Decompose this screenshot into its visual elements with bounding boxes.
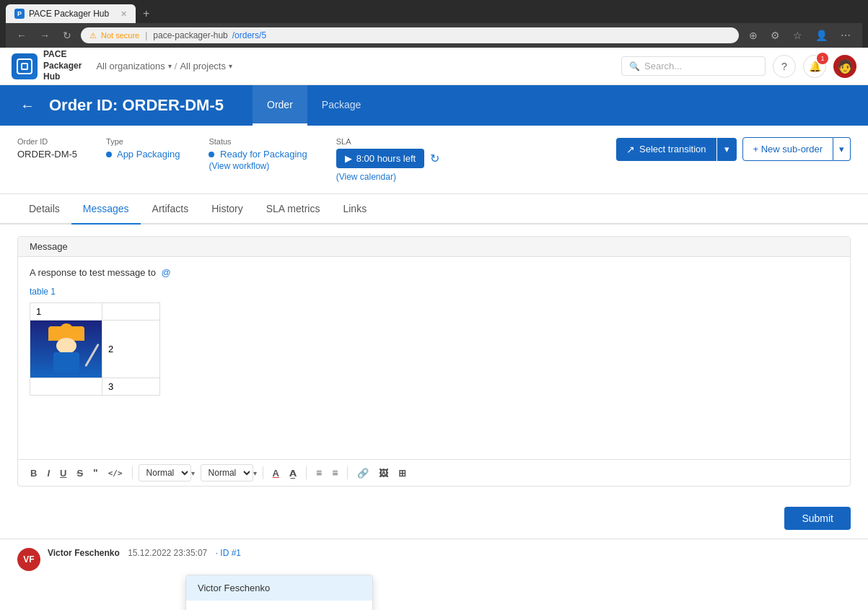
logo-text: PACE Packager Hub: [43, 49, 82, 83]
breadcrumb-separator: /: [175, 61, 177, 71]
sla-timer-button[interactable]: ▶ 8:00 hours left: [336, 149, 424, 168]
table-container: table 1 1: [30, 287, 838, 396]
reader-mode-button[interactable]: ⊕: [745, 27, 762, 43]
security-warning: ⚠: [89, 31, 97, 40]
status-label: Status: [209, 137, 307, 146]
submit-button[interactable]: Submit: [784, 507, 851, 530]
font-select[interactable]: Normal: [201, 464, 253, 482]
address-bar[interactable]: ⚠ Not secure | pace-packager-hub /orders…: [81, 27, 739, 43]
help-button[interactable]: ?: [773, 55, 796, 78]
tab-close-btn[interactable]: ✕: [120, 9, 127, 19]
sla-timer: ▶ 8:00 hours left ↻: [336, 149, 439, 168]
sub-tabs: Details Messages Artifacts History SLA m…: [0, 194, 868, 225]
back-nav-button[interactable]: ←: [13, 27, 30, 43]
comment-timestamp: 15.12.2022 23:35:07: [128, 548, 207, 558]
breadcrumb: All organizations ▾ / All projects ▾: [96, 61, 232, 71]
table-cell-empty1: [102, 302, 160, 320]
tab-order[interactable]: Order: [253, 85, 307, 126]
tab-package[interactable]: Package: [307, 85, 375, 126]
editor-toolbar: B I U S " </> Normal ▾ Normal ▾ A A̲: [18, 459, 850, 486]
page-title: Order ID: ORDER-DM-5: [49, 96, 224, 115]
code-button[interactable]: </>: [105, 466, 126, 481]
forward-nav-button[interactable]: →: [36, 27, 53, 43]
comment-avatar: VF: [17, 548, 40, 571]
table-label: table 1: [30, 287, 838, 297]
breadcrumb-proj[interactable]: All projects ▾: [180, 61, 232, 71]
toolbar-separator-4: [347, 466, 348, 479]
table-cell-empty2: [30, 378, 102, 395]
sla-refresh-button[interactable]: ↻: [430, 152, 439, 165]
format-select[interactable]: Normal: [139, 464, 191, 482]
toolbar-separator-3: [306, 466, 307, 479]
editor-text: A response to test message to @: [30, 266, 838, 281]
new-suborder-button[interactable]: + New sub-order: [742, 137, 833, 161]
extensions-button[interactable]: ⚙: [766, 27, 784, 43]
breadcrumb-org[interactable]: All organizations ▾: [96, 61, 171, 71]
editor-text-before-mention: A response to test message to: [30, 267, 156, 278]
tab-history[interactable]: History: [200, 194, 255, 225]
chevron-format-icon: ▾: [191, 469, 195, 477]
order-id-field: Order ID ORDER-DM-5: [17, 137, 77, 160]
table-cell-3: 3: [102, 378, 160, 395]
type-dot: [106, 152, 112, 157]
search-placeholder: Search...: [644, 61, 682, 71]
bookmark-button[interactable]: ☆: [789, 27, 807, 43]
order-id-value: ORDER-DM-5: [17, 149, 77, 160]
table-button[interactable]: ⊞: [395, 465, 410, 482]
ordered-list-button[interactable]: ≡: [312, 464, 325, 482]
message-editor[interactable]: A response to test message to @ table 1 …: [18, 257, 850, 459]
text-color-button[interactable]: A: [269, 465, 283, 482]
view-workflow-link[interactable]: (View workflow): [209, 161, 307, 171]
strikethrough-button[interactable]: S: [73, 465, 87, 482]
select-transition-button[interactable]: ↗ Select transition: [616, 138, 716, 161]
user-avatar[interactable]: 🧑: [833, 55, 856, 78]
underline-button[interactable]: U: [56, 465, 70, 482]
unordered-list-button[interactable]: ≡: [328, 464, 341, 482]
tab-sla-metrics[interactable]: SLA metrics: [255, 194, 332, 225]
image-button[interactable]: 🖼: [375, 465, 392, 482]
mention-item-victor[interactable]: Victor Feschenko: [186, 575, 372, 601]
select-transition-arrow-button[interactable]: ▾: [717, 138, 737, 161]
profile-button[interactable]: 👤: [811, 27, 832, 43]
sla-label: SLA: [336, 137, 439, 146]
tab-links[interactable]: Links: [331, 194, 378, 225]
notifications-button[interactable]: 🔔 1: [803, 55, 826, 78]
editor-table: 1: [30, 302, 160, 396]
active-tab[interactable]: P PACE Packager Hub ✕: [6, 4, 136, 23]
order-meta: Order ID ORDER-DM-5 Type App Packaging S…: [0, 126, 868, 194]
mention-item-customer1[interactable]: Customer 1: [186, 601, 372, 610]
transition-icon: ↗: [626, 144, 635, 155]
comment-author: Victor Feschenko: [48, 548, 120, 558]
transition-area: ↗ Select transition ▾ + New sub-order ▾: [616, 137, 851, 161]
chevron-down-icon-2: ▾: [229, 62, 232, 70]
quote-button[interactable]: ": [89, 464, 102, 482]
comment-meta: Victor Feschenko 15.12.2022 23:35:07 · I…: [48, 548, 241, 558]
new-tab-button[interactable]: +: [137, 4, 155, 23]
new-suborder-arrow-button[interactable]: ▾: [833, 137, 851, 161]
mention-symbol: @: [162, 267, 171, 278]
logo-box: [12, 53, 38, 79]
submit-area: Submit: [0, 498, 868, 539]
select-transition-group: ↗ Select transition ▾: [616, 138, 737, 161]
address-separator: |: [145, 30, 147, 40]
link-button[interactable]: 🔗: [354, 465, 372, 482]
refresh-button[interactable]: ↻: [59, 27, 75, 43]
status-dot: [209, 152, 214, 157]
tab-messages[interactable]: Messages: [71, 194, 141, 225]
search-box[interactable]: 🔍 Search...: [621, 56, 766, 76]
view-calendar-link[interactable]: (View calendar): [336, 172, 396, 182]
back-button[interactable]: ←: [17, 95, 38, 117]
tab-artifacts[interactable]: Artifacts: [141, 194, 201, 225]
highlight-button[interactable]: A̲: [286, 465, 300, 482]
message-panel: Message A response to test message to @ …: [17, 236, 851, 487]
tab-favicon: P: [14, 9, 25, 19]
tab-title: PACE Packager Hub: [29, 9, 109, 19]
browser-tabs: P PACE Packager Hub ✕ +: [6, 4, 862, 23]
bold-button[interactable]: B: [27, 465, 40, 482]
status-value: Ready for Packaging: [209, 149, 307, 160]
table-cell-1: 1: [30, 302, 102, 320]
tab-details[interactable]: Details: [17, 194, 71, 225]
more-button[interactable]: ⋯: [836, 27, 855, 43]
italic-button[interactable]: I: [43, 465, 53, 482]
address-path: /orders/5: [232, 30, 266, 40]
